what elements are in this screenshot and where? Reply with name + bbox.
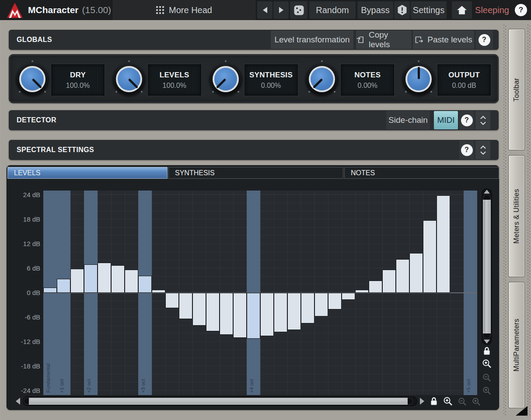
harmonic-bar-11[interactable] <box>179 293 192 319</box>
tab-notes[interactable]: NOTES <box>344 167 499 179</box>
notes-knob[interactable] <box>303 60 341 98</box>
resize-handle[interactable] <box>516 406 528 416</box>
zoom-out-icon <box>482 373 492 382</box>
y-tick-label: -18 dB <box>13 362 40 370</box>
harmonic-bar-7[interactable] <box>125 270 138 293</box>
harmonic-bar-10[interactable] <box>165 293 179 308</box>
harmonic-bar-9[interactable] <box>152 290 165 293</box>
scroll-left-button[interactable] <box>14 396 22 406</box>
harmonic-bar-14[interactable] <box>220 293 233 335</box>
harmonic-bar-8[interactable] <box>138 276 152 293</box>
v-zoom-out-button[interactable] <box>481 372 493 383</box>
harmonic-bar-18[interactable] <box>274 293 287 332</box>
synthesis-knob[interactable] <box>207 60 245 98</box>
vertical-scrollbar[interactable] <box>482 188 492 345</box>
dice-icon <box>294 5 304 15</box>
harmonic-bar-4[interactable] <box>84 264 98 293</box>
scroll-up-arrow-icon[interactable] <box>484 190 490 194</box>
harmonic-bar-3[interactable] <box>70 269 84 293</box>
harmonic-bar-29[interactable] <box>423 220 437 293</box>
output-value-display[interactable]: OUTPUT 0.00 dB <box>437 64 491 96</box>
harmonic-bar-12[interactable] <box>192 293 206 326</box>
settings-button[interactable]: Settings <box>411 1 447 19</box>
plugin-version: (15.00) <box>82 5 112 15</box>
previous-preset-button[interactable] <box>257 1 272 19</box>
harmonic-bar-6[interactable] <box>111 265 125 293</box>
harmonic-bar-19[interactable] <box>287 293 301 330</box>
harmonic-bar-25[interactable] <box>369 281 382 293</box>
levels-value-display[interactable]: LEVELS 100.0% <box>148 64 201 96</box>
spectral-collapse-button[interactable] <box>475 141 490 159</box>
melda-logo[interactable] <box>6 2 24 19</box>
spectral-help-button[interactable]: ? <box>459 141 474 159</box>
y-tick-label: 12 dB <box>13 240 40 248</box>
v-zoom-default-button[interactable] <box>481 385 493 396</box>
octave-band-label: +1 oct <box>59 379 64 393</box>
horizontal-scrollbar-thumb[interactable] <box>24 398 413 405</box>
randomize-button[interactable] <box>290 1 307 19</box>
dry-knob[interactable] <box>14 60 51 98</box>
harmonic-bar-26[interactable] <box>382 270 396 293</box>
notes-value-display[interactable]: NOTES 0.00% <box>341 64 394 96</box>
midi-button[interactable]: MIDI <box>434 111 458 129</box>
knob-value: 100.0% <box>163 82 186 90</box>
horizontal-scrollbar[interactable] <box>23 396 417 406</box>
output-knob[interactable] <box>400 60 437 98</box>
harmonic-bar-20[interactable] <box>301 293 314 323</box>
y-tick-label: 6 dB <box>13 264 40 272</box>
detector-collapse-button[interactable] <box>475 111 490 129</box>
detector-help-button[interactable]: ? <box>459 111 474 129</box>
plugin-title: MCharacter (15.00) <box>28 0 111 20</box>
warning-button[interactable] <box>394 1 410 19</box>
harmonic-bar-28[interactable] <box>409 253 423 293</box>
bypass-button[interactable]: Bypass <box>357 1 393 19</box>
vertical-scrollbar-thumb[interactable] <box>483 194 491 339</box>
harmonic-bar-16[interactable] <box>247 293 260 339</box>
harmonic-level-plot[interactable]: Fundamental+1 oct+2 oct+3 oct+4 oct+5 oc… <box>43 191 477 395</box>
home-button[interactable] <box>452 1 472 19</box>
sidebar-tab-multiparameters[interactable]: MultiParameters <box>508 282 525 408</box>
dry-value-display[interactable]: DRY 100.0% <box>51 64 105 96</box>
tab-synthesis[interactable]: SYNTHESIS <box>168 167 343 179</box>
copy-icon <box>356 35 365 44</box>
harmonic-bar-22[interactable] <box>328 293 342 309</box>
harmonic-bar-24[interactable] <box>355 290 369 293</box>
harmonic-bar-5[interactable] <box>98 263 111 293</box>
harmonic-bar-2[interactable] <box>57 279 70 293</box>
status-label[interactable]: Sleeping <box>475 0 510 20</box>
harmonic-bar-1[interactable] <box>43 288 57 293</box>
globals-help-button[interactable]: ? <box>475 31 493 49</box>
sidebar-tab-toolbar[interactable]: Toolbar <box>508 29 525 150</box>
harmonic-bar-30[interactable] <box>437 195 450 293</box>
paste-levels-button[interactable]: Paste levels <box>413 31 474 49</box>
side-chain-button[interactable]: Side-chain <box>386 111 430 129</box>
v-zoom-in-button[interactable] <box>481 358 493 369</box>
scroll-down-arrow-icon[interactable] <box>484 340 490 344</box>
preset-selector-button[interactable]: More Head <box>112 0 256 20</box>
h-lock-button[interactable] <box>429 396 439 406</box>
h-zoom-in-button[interactable] <box>442 396 454 407</box>
octave-band-label: +4 oct <box>249 379 254 393</box>
synthesis-value-display[interactable]: SYNTHESIS 0.00% <box>245 64 298 96</box>
harmonic-bar-21[interactable] <box>314 293 328 316</box>
random-button[interactable]: Random <box>309 1 356 19</box>
harmonic-bar-23[interactable] <box>342 293 355 300</box>
h-zoom-out-button[interactable] <box>457 396 468 407</box>
harmonic-bar-15[interactable] <box>233 293 247 338</box>
sidebar-tab-meters-utilities[interactable]: Meters & Utilities <box>508 155 525 277</box>
question-mark-icon: ? <box>461 144 473 156</box>
harmonic-bar-13[interactable] <box>206 293 220 331</box>
next-preset-button[interactable] <box>273 1 289 19</box>
level-transformation-button[interactable]: Level transformation <box>271 31 353 49</box>
help-button[interactable]: ? <box>513 1 529 19</box>
tab-levels[interactable]: LEVELS <box>7 167 168 179</box>
h-zoom-default-button[interactable] <box>471 396 482 407</box>
knob-value: 0.00% <box>358 82 377 90</box>
harmonic-bar-17[interactable] <box>260 293 274 336</box>
sidebar-tab-label: Toolbar <box>513 78 521 102</box>
v-lock-button[interactable] <box>482 346 492 356</box>
scroll-right-button[interactable] <box>418 396 426 406</box>
harmonic-bar-27[interactable] <box>396 259 409 293</box>
levels-knob[interactable] <box>110 60 148 98</box>
copy-levels-button[interactable]: Copy levels <box>356 31 412 49</box>
